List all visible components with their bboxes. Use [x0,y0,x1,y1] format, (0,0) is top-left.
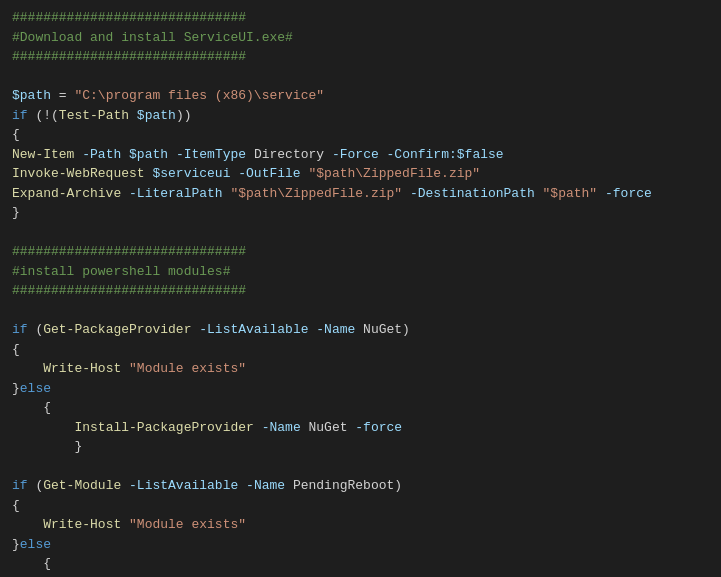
plain-token: ( [28,478,44,493]
comment-text: ############################## [12,10,246,25]
param-token: -Path [82,147,121,162]
code-line: if (Get-Module -ListAvailable -Name Pend… [12,476,709,496]
code-line: { [12,398,709,418]
variable-token: $path [137,108,176,123]
code-line: ############################## [12,281,709,301]
plain-token [238,478,246,493]
code-line: if (!(Test-Path $path)) [12,106,709,126]
plain-token: PendingReboot) [285,478,402,493]
plain-token: } [12,537,20,552]
cmdlet-token: Expand-Archive [12,186,121,201]
string-token: "$path\ZippedFile.zip" [309,166,481,181]
variable-token: $path [12,88,51,103]
string-token: "Module exists" [129,517,246,532]
cmdlet-token: Write-Host [43,361,121,376]
keyword-token: else [20,537,51,552]
code-line [12,301,709,321]
cmdlet-token: Test-Path [59,108,129,123]
code-line: #Download and install ServiceUI.exe# [12,28,709,48]
code-line: Install-PackageProvider -Name NuGet -for… [12,418,709,438]
param-token: -OutFile [238,166,300,181]
code-line [12,457,709,477]
comment-text: ############################## [12,49,246,64]
variable-token: $false [457,147,504,162]
code-line: Expand-Archive -LiteralPath "$path\Zippe… [12,184,709,204]
code-line [12,67,709,87]
plain-token [121,517,129,532]
param-token: -force [605,186,652,201]
plain-token [121,361,129,376]
plain-token [129,108,137,123]
code-line: Install-module -Name PendingReboot -forc… [12,574,709,578]
plain-token [168,147,176,162]
comment-text: ############################## [12,283,246,298]
code-line: ############################## [12,242,709,262]
param-token: -Confirm: [387,147,457,162]
param-token: -Name [316,322,355,337]
param-token: -LiteralPath [129,186,223,201]
param-token: -Name [262,420,301,435]
code-line: { [12,340,709,360]
param-token: -Force [332,147,379,162]
plain-token [535,186,543,201]
comment-text: ############################## [12,244,246,259]
keyword-token: if [12,478,28,493]
code-line: Write-Host "Module exists" [12,359,709,379]
plain-token [254,420,262,435]
code-line: $path = "C:\program files (x86)\service" [12,86,709,106]
plain-token [597,186,605,201]
string-token: "$path\ZippedFile.zip" [230,186,402,201]
string-token: "Module exists" [129,361,246,376]
code-line: if (Get-PackageProvider -ListAvailable -… [12,320,709,340]
cmdlet-token: Install-PackageProvider [74,420,253,435]
param-token: -ListAvailable [199,322,308,337]
plain-token: Directory [246,147,332,162]
string-token: "C:\program files (x86)\service" [74,88,324,103]
variable-token: $serviceui [152,166,230,181]
code-line: { [12,554,709,574]
plain-token [121,186,129,201]
code-line: Write-Host "Module exists" [12,515,709,535]
keyword-token: if [12,322,28,337]
keyword-token: else [20,381,51,396]
plain-token [301,166,309,181]
plain-token: NuGet) [355,322,410,337]
plain-token: NuGet [301,420,356,435]
plain-token: ( [28,322,44,337]
code-line [12,223,709,243]
param-token: -ItemType [176,147,246,162]
plain-token [379,147,387,162]
code-line: }else [12,535,709,555]
cmdlet-token: New-Item [12,147,74,162]
code-line: }else [12,379,709,399]
plain-token [121,478,129,493]
param-token: -Name [246,478,285,493]
plain-token [402,186,410,201]
cmdlet-token: Get-PackageProvider [43,322,191,337]
comment-text: #Download and install ServiceUI.exe# [12,30,293,45]
code-line: ############################## [12,47,709,67]
param-token: -ListAvailable [129,478,238,493]
plain-token: } [12,381,20,396]
comment-text: #install powershell modules# [12,264,230,279]
param-token: -DestinationPath [410,186,535,201]
cmdlet-token: Get-Module [43,478,121,493]
cmdlet-token: Invoke-WebRequest [12,166,145,181]
code-line: New-Item -Path $path -ItemType Directory… [12,145,709,165]
plain-token: (!( [28,108,59,123]
code-line: } [12,437,709,457]
keyword-token: if [12,108,28,123]
code-line: { [12,496,709,516]
code-line: #install powershell modules# [12,262,709,282]
code-line: } [12,203,709,223]
code-line: Invoke-WebRequest $serviceui -OutFile "$… [12,164,709,184]
plain-token: )) [176,108,192,123]
string-token: "$path" [543,186,598,201]
param-token: -force [355,420,402,435]
cmdlet-token: Write-Host [43,517,121,532]
code-line: { [12,125,709,145]
plain-token: = [51,88,74,103]
variable-token: $path [129,147,168,162]
plain-token [121,147,129,162]
code-editor: ###############################Download … [0,0,721,577]
